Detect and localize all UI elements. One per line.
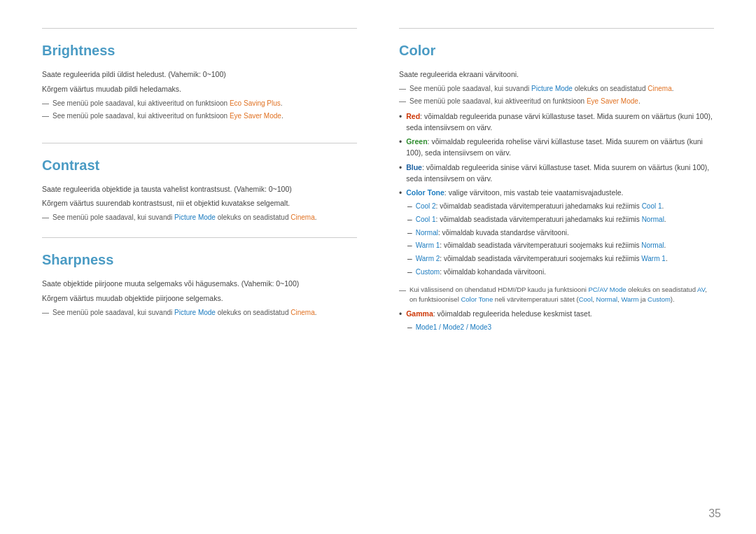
brightness-title: Brightness — [42, 43, 357, 59]
brightness-desc1: Saate reguleerida pildi üldist heledust.… — [42, 69, 357, 80]
list-item: Green: võimaldab reguleerida rohelise vä… — [399, 136, 714, 159]
list-item: Warm 2: võimaldab seadistada värvitemper… — [407, 253, 668, 265]
color-note1: See menüü pole saadaval, kui suvandi Pic… — [399, 83, 714, 94]
gamma-bullet-list: • Gamma: võimaldab reguleerida heleduse … — [399, 309, 714, 337]
sharpness-body: Saate objektide piirjoone muuta selgemak… — [42, 278, 357, 318]
contrast-title: Contrast — [42, 157, 357, 174]
contrast-desc1: Saate reguleerida objektide ja tausta va… — [42, 183, 357, 195]
color-body: Saate reguleerida ekraani värvitooni. Se… — [399, 69, 714, 337]
contrast-note1: See menüü pole saadaval, kui suvandi Pic… — [42, 212, 357, 223]
list-item: • Gamma: võimaldab reguleerida heleduse … — [399, 309, 714, 337]
list-item: Custom: võimaldab kohandada värvitooni. — [407, 267, 668, 279]
brightness-body: Saate reguleerida pildi üldist heledust.… — [42, 69, 357, 122]
gamma-sublist: Mode1 / Mode2 / Mode3 — [407, 322, 491, 335]
color-title: Color — [399, 43, 714, 59]
pc-av-note: Kui välissisend on ühendatud HDMI/DP kau… — [399, 285, 714, 305]
brightness-section: Brightness Saate reguleerida pildi üldis… — [42, 43, 357, 122]
sharpness-desc2: Kõrgem väärtus muudab objektide piirjoon… — [42, 293, 357, 304]
page-number: 35 — [708, 507, 721, 520]
color-tone-sublist: Cool 2: võimaldab seadistada värvitemper… — [407, 201, 668, 280]
list-item: Cool 2: võimaldab seadistada värvitemper… — [407, 201, 668, 213]
contrast-section: Contrast Saate reguleerida objektide ja … — [42, 143, 357, 224]
list-item: Cool 1: võimaldab seadistada värvitemper… — [407, 214, 668, 226]
list-item: Warm 1: võimaldab seadistada värvitemper… — [407, 240, 668, 252]
list-item: Blue: võimaldab reguleerida sinise värvi… — [399, 162, 714, 185]
color-note2: See menüü pole saadaval, kui aktiveeritu… — [399, 96, 714, 107]
color-bullet-list: Red: võimaldab reguleerida punase värvi … — [399, 111, 714, 281]
contrast-desc2: Kõrgem väärtus suurendab kontrastsust, n… — [42, 197, 357, 209]
color-desc1: Saate reguleerida ekraani värvitooni. — [399, 69, 714, 80]
list-item: Mode1 / Mode2 / Mode3 — [407, 322, 491, 334]
sharpness-note1: See menüü pole saadaval, kui suvandi Pic… — [42, 307, 357, 318]
sharpness-section: Sharpness Saate objektide piirjoone muut… — [42, 237, 357, 318]
list-item: Normal: võimaldab kuvada standardse värv… — [407, 227, 668, 239]
brightness-desc2: Kõrgem väärtus muudab pildi heledamaks. — [42, 83, 357, 95]
sharpness-title: Sharpness — [42, 252, 357, 268]
list-item: Red: võimaldab reguleerida punase värvi … — [399, 111, 714, 134]
color-section: Color Saate reguleerida ekraani värvitoo… — [399, 43, 714, 337]
brightness-note1: See menüü pole saadaval, kui aktiveeritu… — [42, 98, 357, 122]
list-item: • Color Tone: valige värvitoon, mis vast… — [399, 188, 714, 281]
sharpness-desc1: Saate objektide piirjoone muuta selgemak… — [42, 278, 357, 290]
contrast-body: Saate reguleerida objektide ja tausta va… — [42, 183, 357, 224]
